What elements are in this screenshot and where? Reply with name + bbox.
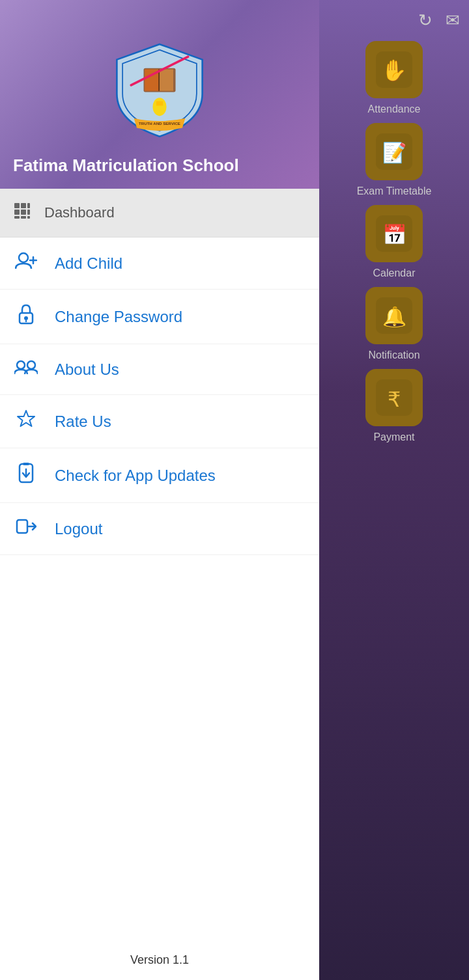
attendance-icon-circle: ✋ xyxy=(365,41,423,98)
grid-item-exam-timetable[interactable]: 📝 Exam Timetable xyxy=(357,123,432,197)
version-text: Version 1.1 xyxy=(130,953,189,966)
left-drawer: TRUTH AND SERVICE Fatima Matriculation S… xyxy=(0,0,319,980)
about-us-label: About Us xyxy=(55,361,119,379)
notification-svg-icon: 🔔 xyxy=(376,297,412,334)
grid-item-attendance[interactable]: ✋ Attendance xyxy=(365,41,423,115)
dashboard-label: Dashboard xyxy=(44,204,115,221)
menu-item-add-child[interactable]: Add Child xyxy=(0,238,319,290)
svg-rect-12 xyxy=(159,69,173,90)
exam-timetable-icon-circle: 📝 xyxy=(365,123,423,180)
calendar-icon-circle: 📅 xyxy=(365,205,423,262)
svg-point-31 xyxy=(24,316,28,320)
version-bar: Version 1.1 xyxy=(0,947,319,973)
svg-text:📝: 📝 xyxy=(382,141,407,165)
dashboard-item[interactable]: Dashboard xyxy=(0,189,319,238)
school-logo: TRUTH AND SERVICE xyxy=(114,39,205,140)
svg-text:₹: ₹ xyxy=(388,388,401,411)
payment-svg-icon: ₹ xyxy=(376,379,412,416)
svg-rect-24 xyxy=(14,216,20,219)
svg-text:🔔: 🔔 xyxy=(382,305,407,329)
logout-icon xyxy=(13,517,39,540)
exam-timetable-label: Exam Timetable xyxy=(357,185,432,197)
about-us-icon xyxy=(13,359,39,380)
right-icons-panel: ↻ ✉ ✋ Attendance 📝 Exam Timetable 📅 xyxy=(319,0,469,980)
svg-point-27 xyxy=(19,253,28,262)
menu-item-rate-us[interactable]: Rate Us xyxy=(0,395,319,448)
calendar-label: Calendar xyxy=(373,267,416,279)
svg-rect-21 xyxy=(14,210,20,215)
menu-list: Add Child Change Password xyxy=(0,238,319,980)
logout-label: Logout xyxy=(55,520,102,538)
attendance-svg-icon: ✋ xyxy=(376,51,412,88)
school-name: Fatima Matriculation School xyxy=(13,156,239,176)
svg-rect-20 xyxy=(27,203,30,208)
svg-point-33 xyxy=(17,361,25,369)
svg-text:📅: 📅 xyxy=(382,223,407,247)
svg-text:TRUTH AND SERVICE: TRUTH AND SERVICE xyxy=(139,121,180,126)
change-password-label: Change Password xyxy=(55,308,182,326)
svg-rect-18 xyxy=(14,203,20,208)
grid-menu-icon xyxy=(13,202,31,224)
svg-point-15 xyxy=(153,98,167,116)
svg-rect-23 xyxy=(27,210,30,215)
check-updates-label: Check for App Updates xyxy=(55,467,216,485)
add-child-label: Add Child xyxy=(55,254,122,273)
payment-icon-circle: ₹ xyxy=(365,369,423,426)
rate-us-icon xyxy=(13,409,39,433)
svg-rect-19 xyxy=(21,203,26,208)
notification-label: Notification xyxy=(368,349,419,361)
menu-item-change-password[interactable]: Change Password xyxy=(0,290,319,344)
svg-point-34 xyxy=(27,361,35,369)
menu-item-check-updates[interactable]: Check for App Updates xyxy=(0,448,319,503)
exam-svg-icon: 📝 xyxy=(376,133,412,170)
svg-text:✋: ✋ xyxy=(381,58,407,83)
svg-rect-25 xyxy=(21,216,26,219)
payment-label: Payment xyxy=(373,431,414,443)
grid-item-notification[interactable]: 🔔 Notification xyxy=(365,287,423,361)
grid-item-payment[interactable]: ₹ Payment xyxy=(365,369,423,443)
top-action-bar: ↻ ✉ xyxy=(319,0,469,41)
svg-rect-16 xyxy=(156,101,163,105)
calendar-svg-icon: 📅 xyxy=(376,215,412,252)
menu-item-logout[interactable]: Logout xyxy=(0,503,319,555)
add-child-icon xyxy=(13,252,39,275)
drawer-header: TRUTH AND SERVICE Fatima Matriculation S… xyxy=(0,0,319,189)
svg-marker-35 xyxy=(18,411,35,426)
mail-icon[interactable]: ✉ xyxy=(446,10,460,31)
attendance-label: Attendance xyxy=(368,103,421,115)
logo-container: TRUTH AND SERVICE xyxy=(13,39,306,140)
change-password-icon xyxy=(13,304,39,329)
svg-rect-26 xyxy=(27,216,30,219)
svg-rect-22 xyxy=(21,210,26,215)
grid-item-calendar[interactable]: 📅 Calendar xyxy=(365,205,423,279)
refresh-icon[interactable]: ↻ xyxy=(418,10,433,31)
svg-rect-37 xyxy=(23,463,29,465)
svg-rect-39 xyxy=(17,520,27,533)
check-updates-icon xyxy=(13,463,39,488)
notification-icon-circle: 🔔 xyxy=(365,287,423,344)
menu-item-about-us[interactable]: About Us xyxy=(0,344,319,395)
rate-us-label: Rate Us xyxy=(55,413,111,431)
